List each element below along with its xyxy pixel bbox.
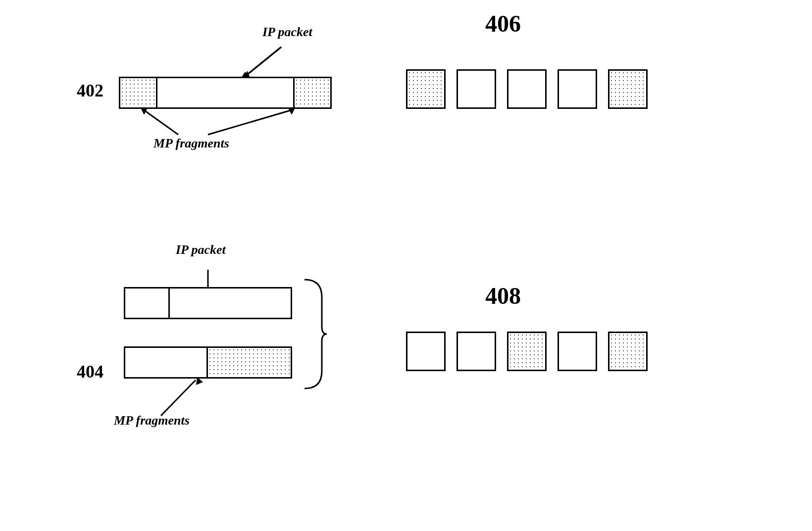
- packet-middle-402: [157, 78, 293, 107]
- svg-marker-5: [141, 108, 148, 115]
- ip-packet-label-bottom: IP packet: [176, 242, 226, 257]
- mp-fragments-label-402: MP fragments: [153, 136, 229, 151]
- diagram-container: 402 IP packet MP fragments 406 404 IP pa…: [0, 0, 812, 531]
- frag-top-left: [125, 289, 170, 318]
- label-406: 406: [485, 10, 521, 37]
- boxes-group-408: [406, 332, 648, 371]
- svg-line-2: [242, 47, 281, 79]
- box-406-2: [457, 69, 496, 109]
- svg-line-10: [161, 380, 196, 416]
- box-406-3: [507, 69, 547, 109]
- box-406-5: [608, 69, 648, 109]
- hatch-right-402: [293, 78, 330, 107]
- label-404: 404: [77, 361, 103, 382]
- frag-top-404: [124, 287, 292, 319]
- mp-fragments-label-404: MP fragments: [114, 413, 190, 428]
- frag-bottom-404: [124, 346, 292, 379]
- box-408-1: [406, 332, 446, 371]
- box-408-2: [457, 332, 496, 371]
- boxes-group-406: [406, 69, 648, 109]
- label-402: 402: [77, 80, 103, 101]
- curly-brace: [295, 277, 329, 391]
- svg-marker-7: [288, 108, 295, 115]
- packet-bar-402: [119, 77, 332, 109]
- box-408-5: [608, 332, 648, 371]
- box-406-4: [558, 69, 597, 109]
- label-408: 408: [485, 282, 521, 309]
- hatch-left-402: [120, 78, 157, 107]
- svg-line-6: [208, 110, 292, 135]
- box-408-3: [507, 332, 547, 371]
- frag-bottom-left: [125, 348, 206, 377]
- svg-line-4: [144, 110, 178, 135]
- ip-packet-label-top: IP packet: [262, 25, 312, 40]
- svg-line-0: [243, 47, 281, 78]
- frag-top-right: [170, 289, 291, 318]
- frag-bottom-hatch: [206, 348, 291, 377]
- box-408-4: [558, 332, 597, 371]
- box-406-1: [406, 69, 446, 109]
